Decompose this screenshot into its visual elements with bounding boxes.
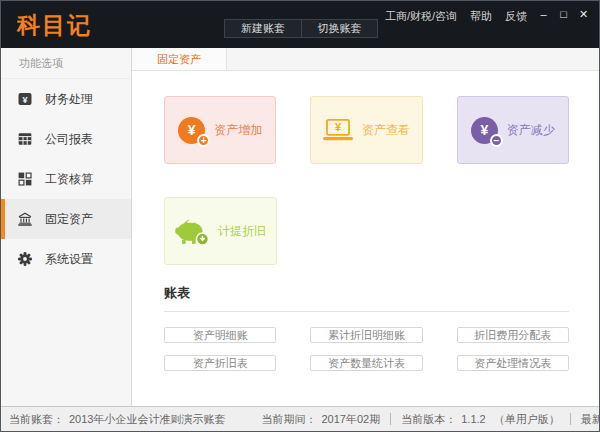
latest-version-label: 最新版本： — [581, 412, 600, 427]
yen-circle-plus-icon: ¥+ — [178, 117, 205, 144]
bank-icon — [18, 212, 32, 226]
switch-account-button[interactable]: 切换账套 — [301, 20, 377, 37]
gear-icon — [18, 252, 32, 266]
yen-circle-minus-icon: ¥− — [471, 117, 498, 144]
report-btn-depreciation-allocation[interactable]: 折旧费用分配表 — [457, 327, 569, 343]
sidebar-item-payroll[interactable]: 工资核算 — [1, 159, 131, 199]
close-icon[interactable]: ✕ — [576, 7, 591, 22]
current-account-label: 当前账套： — [9, 412, 64, 427]
card-asset-add[interactable]: ¥+ 资产增加 — [164, 96, 276, 164]
card-asset-reduce[interactable]: ¥− 资产减少 — [457, 96, 569, 164]
sidebar-header: 功能选项 — [1, 48, 131, 79]
card-label: 资产增加 — [214, 122, 262, 139]
titlebar-links: 工商/财税/咨询 帮助 反馈 — [385, 9, 527, 24]
link-feedback[interactable]: 反馈 — [505, 9, 527, 24]
sidebar-item-label: 财务处理 — [45, 91, 93, 108]
current-version-value: 1.1.2 — [461, 413, 485, 425]
report-table-icon — [18, 132, 32, 146]
report-btn-asset-detail-ledger[interactable]: 资产明细账 — [164, 327, 276, 343]
maximize-icon[interactable]: □ — [556, 7, 571, 22]
card-label: 计提折旧 — [218, 223, 266, 240]
card-label: 资产减少 — [507, 122, 555, 139]
cash-icon: ¥ — [18, 92, 32, 106]
minimize-icon[interactable]: – — [536, 7, 551, 22]
piggy-bank-icon — [175, 217, 209, 245]
svg-text:¥: ¥ — [22, 95, 27, 105]
sidebar-item-settings[interactable]: 系统设置 — [1, 239, 131, 279]
window-controls: – □ ✕ — [536, 7, 591, 22]
card-depreciation[interactable]: 计提折旧 — [164, 197, 277, 265]
current-period-label: 当前期间： — [261, 412, 316, 427]
title-bar: 科目记 新建账套 切换账套 工商/财税/咨询 帮助 反馈 – □ ✕ — [1, 1, 599, 48]
card-asset-view[interactable]: ¥ 资产查看 — [310, 96, 422, 164]
app-window: 科目记 新建账套 切换账套 工商/财税/咨询 帮助 反馈 – □ ✕ 功能选项 … — [0, 0, 600, 432]
svg-text:¥: ¥ — [335, 121, 342, 133]
current-period-value: 2017年02期 — [321, 412, 380, 427]
divider — [390, 413, 391, 425]
sidebar-item-label: 工资核算 — [45, 171, 93, 188]
sidebar-item-fixed-assets[interactable]: 固定资产 — [1, 199, 131, 239]
report-btn-asset-disposal-status[interactable]: 资产处理情况表 — [457, 355, 569, 371]
sidebar-item-label: 公司报表 — [45, 131, 93, 148]
new-account-button[interactable]: 新建账套 — [225, 20, 301, 37]
card-label: 资产查看 — [362, 122, 410, 139]
sidebar: 功能选项 ¥ 财务处理 公司报表 工资核算 — [1, 48, 132, 406]
divider — [164, 311, 569, 312]
main-area: 固定资产 ¥+ 资产增加 ¥ 资产查看 ¥− — [132, 48, 599, 406]
current-version-label: 当前版本： — [401, 412, 456, 427]
payroll-blocks-icon — [18, 172, 32, 186]
report-btn-accum-depreciation-ledger[interactable]: 累计折旧明细账 — [310, 327, 422, 343]
sidebar-item-reports[interactable]: 公司报表 — [1, 119, 131, 159]
laptop-yen-icon: ¥ — [323, 119, 353, 141]
sidebar-item-label: 固定资产 — [45, 211, 93, 228]
sidebar-item-finance[interactable]: ¥ 财务处理 — [1, 79, 131, 119]
current-account-value: 2013年小企业会计准则演示账套 — [69, 412, 225, 427]
account-button-group: 新建账套 切换账套 — [224, 19, 378, 38]
reports-section-title: 账表 — [164, 284, 569, 302]
divider — [570, 413, 571, 425]
edition-badge: （单用户版） — [494, 412, 560, 427]
tab-strip: 固定资产 — [132, 48, 599, 71]
link-help[interactable]: 帮助 — [470, 9, 492, 24]
tab-fixed-assets[interactable]: 固定资产 — [132, 48, 227, 70]
minus-badge-icon: − — [490, 134, 503, 147]
plus-badge-icon: + — [197, 134, 210, 147]
report-btn-asset-quantity-stats[interactable]: 资产数量统计表 — [310, 355, 422, 371]
app-logo: 科目记 — [17, 10, 92, 41]
report-btn-asset-depreciation[interactable]: 资产折旧表 — [164, 355, 276, 371]
reports-section: 账表 资产明细账 累计折旧明细账 折旧费用分配表 资产折旧表 资产数量统计表 资… — [164, 284, 569, 371]
fixed-assets-content: ¥+ 资产增加 ¥ 资产查看 ¥− 资产减少 — [132, 71, 599, 371]
link-business-tax-consult[interactable]: 工商/财税/咨询 — [385, 9, 457, 24]
sidebar-item-label: 系统设置 — [45, 251, 93, 268]
status-bar: 当前账套： 2013年小企业会计准则演示账套 当前期间： 2017年02期 当前… — [1, 406, 599, 431]
